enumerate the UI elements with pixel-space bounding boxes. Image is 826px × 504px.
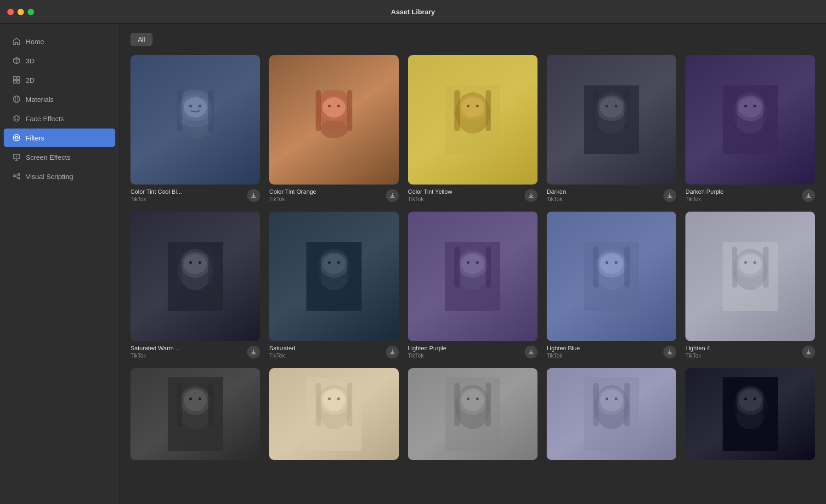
svg-rect-54 <box>593 90 599 131</box>
download-button-10[interactable] <box>802 346 815 358</box>
sidebar-item-2d[interactable]: 2D <box>4 71 115 89</box>
svg-rect-78 <box>316 246 321 288</box>
svg-point-26 <box>184 97 207 118</box>
svg-line-20 <box>15 174 18 176</box>
asset-card-10: Lighten 4 TikTok <box>685 212 815 359</box>
asset-grid-row1: Color Tint Cool Bl... TikTok <box>130 55 815 202</box>
sidebar-item-filters[interactable]: Filters <box>4 129 115 147</box>
svg-rect-111 <box>208 383 214 426</box>
svg-rect-55 <box>624 90 630 131</box>
asset-source-5: TikTok <box>685 196 798 202</box>
title-bar: Asset Library <box>0 0 826 24</box>
svg-point-107 <box>184 389 207 411</box>
asset-card-9: Lighten Blue TikTok <box>547 212 676 359</box>
svg-point-76 <box>328 261 331 264</box>
asset-source-8: TikTok <box>408 353 521 359</box>
sidebar-label-filters: Filters <box>26 134 45 142</box>
svg-point-60 <box>744 105 747 107</box>
download-button-9[interactable] <box>663 346 676 358</box>
close-button[interactable] <box>7 9 14 15</box>
face-image-10 <box>685 212 815 341</box>
face-effects-icon <box>12 114 21 123</box>
svg-point-7 <box>13 96 20 102</box>
svg-rect-143 <box>763 383 769 426</box>
asset-thumb-14[interactable] <box>547 368 676 460</box>
asset-thumb-2[interactable] <box>269 55 399 185</box>
asset-source-9: TikTok <box>547 353 660 359</box>
sidebar-item-home[interactable]: Home <box>4 32 115 50</box>
asset-card-2: Color Tint Orange TikTok <box>269 55 399 202</box>
asset-name-10: Lighten 4 <box>685 345 798 352</box>
svg-rect-38 <box>316 90 321 131</box>
sidebar-label-home: Home <box>26 38 44 45</box>
svg-point-44 <box>467 105 470 107</box>
window-title: Asset Library <box>391 8 435 16</box>
minimize-button[interactable] <box>17 9 24 15</box>
asset-card-11 <box>130 368 260 464</box>
asset-thumb-3[interactable] <box>408 55 537 185</box>
asset-thumb-10[interactable] <box>685 212 815 341</box>
svg-point-99 <box>739 254 762 274</box>
asset-name-7: Saturated <box>269 345 382 352</box>
filters-icon <box>12 133 21 142</box>
visual-scripting-icon <box>12 172 21 181</box>
asset-thumb-12[interactable] <box>269 368 399 460</box>
asset-meta-3: Color Tint Yellow TikTok <box>408 188 521 202</box>
asset-thumb-8[interactable] <box>408 212 537 341</box>
download-button-7[interactable] <box>386 346 399 358</box>
svg-point-83 <box>461 254 484 274</box>
asset-card-14 <box>547 368 676 464</box>
svg-point-93 <box>615 261 617 264</box>
download-button-2[interactable] <box>386 189 399 202</box>
asset-thumb-7[interactable] <box>269 212 399 341</box>
svg-rect-110 <box>177 383 182 426</box>
asset-thumb-5[interactable] <box>685 55 815 185</box>
svg-point-109 <box>198 398 201 400</box>
filter-all-button[interactable]: All <box>130 33 153 46</box>
svg-rect-17 <box>13 175 15 177</box>
asset-thumb-6[interactable] <box>130 212 260 341</box>
asset-info-5: Darken Purple TikTok <box>685 188 815 202</box>
svg-point-67 <box>184 254 207 274</box>
svg-point-37 <box>337 105 340 107</box>
svg-rect-94 <box>593 246 599 288</box>
sidebar-item-materials[interactable]: Materials <box>4 90 115 108</box>
asset-card-6: Saturated Warm ... TikTok <box>130 212 260 359</box>
svg-point-13 <box>15 136 18 139</box>
sidebar-item-face-effects[interactable]: Face Effects <box>4 109 115 128</box>
asset-thumb-9[interactable] <box>547 212 676 341</box>
asset-thumb-1[interactable] <box>130 55 260 185</box>
sidebar-item-visual-scripting[interactable]: Visual Scripting <box>4 167 115 185</box>
screen-effects-icon <box>12 152 21 162</box>
asset-info-10: Lighten 4 TikTok <box>685 345 815 359</box>
svg-rect-5 <box>13 80 16 83</box>
download-button-1[interactable] <box>247 189 260 202</box>
svg-point-68 <box>189 261 192 264</box>
svg-rect-119 <box>347 383 352 426</box>
download-button-8[interactable] <box>525 346 537 358</box>
maximize-button[interactable] <box>28 9 34 15</box>
asset-thumb-13[interactable] <box>408 368 537 460</box>
svg-rect-142 <box>732 383 737 426</box>
sidebar: Home 3D 2D <box>0 24 119 504</box>
asset-card-3: Color Tint Yellow TikTok <box>408 55 537 202</box>
sidebar-item-3d[interactable]: 3D <box>4 51 115 70</box>
asset-name-8: Lighten Purple <box>408 345 521 352</box>
asset-info-1: Color Tint Cool Bl... TikTok <box>130 188 260 202</box>
face-image-7 <box>269 212 399 341</box>
face-image-2 <box>269 55 399 185</box>
download-button-4[interactable] <box>663 189 676 202</box>
asset-thumb-15[interactable] <box>685 368 815 460</box>
download-button-3[interactable] <box>525 189 537 202</box>
svg-rect-71 <box>208 246 214 288</box>
sidebar-item-screen-effects[interactable]: Screen Effects <box>4 148 115 166</box>
asset-thumb-4[interactable] <box>547 55 676 185</box>
download-button-5[interactable] <box>802 189 815 202</box>
svg-point-125 <box>476 398 479 400</box>
download-button-6[interactable] <box>247 346 260 358</box>
asset-meta-8: Lighten Purple TikTok <box>408 345 521 359</box>
svg-point-69 <box>198 261 201 264</box>
svg-point-61 <box>753 105 756 107</box>
svg-line-21 <box>15 176 18 178</box>
asset-thumb-11[interactable] <box>130 368 260 460</box>
